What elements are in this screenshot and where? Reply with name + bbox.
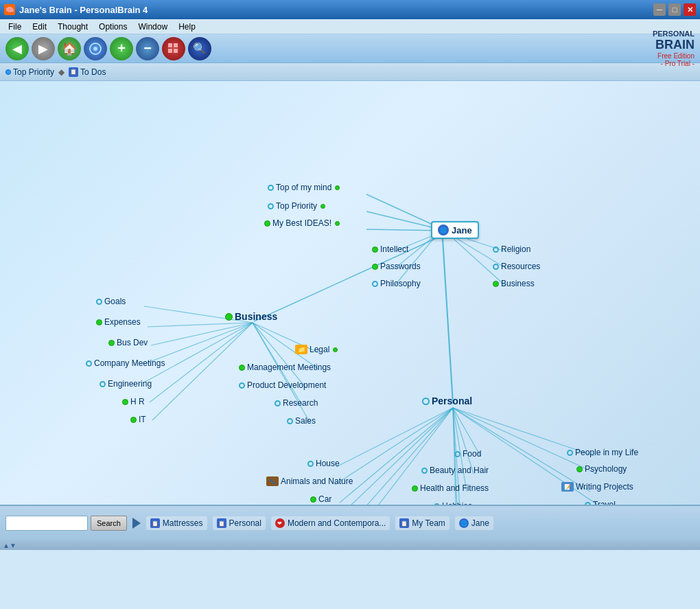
node-religion[interactable]: Religion bbox=[493, 244, 530, 254]
tab-icon-personal: 📋 bbox=[217, 518, 226, 528]
dot-healthandfitness bbox=[412, 485, 418, 492]
node-intellect[interactable]: Intellect bbox=[372, 244, 408, 254]
tab-label-myteam: My Team bbox=[412, 518, 445, 528]
node-managementmeetings[interactable]: Management Meetings bbox=[239, 363, 331, 372]
menu-help[interactable]: Help bbox=[173, 21, 201, 33]
node-business[interactable]: Business bbox=[225, 311, 277, 322]
connection-lines bbox=[0, 81, 700, 505]
node-it[interactable]: IT bbox=[130, 415, 146, 424]
breadcrumb-todos[interactable]: 📋 To Dos bbox=[69, 67, 106, 77]
node-research[interactable]: Research bbox=[275, 398, 318, 408]
node-beautyandhair[interactable]: Beauty and Hair bbox=[421, 466, 489, 475]
menu-edit[interactable]: Edit bbox=[27, 21, 52, 33]
label-writingprojects: Writing Projects bbox=[576, 482, 633, 492]
svg-rect-5 bbox=[174, 49, 178, 53]
svg-line-19 bbox=[151, 323, 253, 345]
bottom-resize[interactable]: ▲▼ bbox=[0, 540, 700, 550]
node-sales[interactable]: Sales bbox=[287, 416, 316, 426]
tab-myteam[interactable]: 📋 My Team bbox=[395, 516, 449, 530]
node-engineering[interactable]: Engineering bbox=[100, 379, 152, 389]
window-title: Jane's Brain - PersonalBrain 4 bbox=[19, 5, 148, 15]
node-psychology[interactable]: Psychology bbox=[576, 464, 627, 474]
node-healthandfitness[interactable]: Health and Fitness bbox=[412, 483, 489, 493]
svg-line-26 bbox=[253, 323, 305, 387]
jane-icon: 🌐 bbox=[438, 225, 449, 235]
label-busdev: Bus Dev bbox=[117, 338, 148, 347]
close-button[interactable]: ✕ bbox=[684, 3, 696, 16]
node-toppriority[interactable]: Top Priority bbox=[268, 201, 325, 211]
menu-thought[interactable]: Thought bbox=[52, 21, 93, 33]
node-house[interactable]: House bbox=[307, 459, 340, 468]
menubar: File Edit Thought Options Window Help bbox=[0, 19, 700, 34]
home-button[interactable]: 🏠 bbox=[58, 37, 81, 60]
search-input[interactable] bbox=[5, 516, 88, 531]
dot-toppriority-right bbox=[320, 204, 325, 209]
grid-button[interactable] bbox=[162, 37, 185, 60]
remove-button[interactable]: − bbox=[136, 37, 159, 60]
add-button[interactable]: + bbox=[110, 37, 133, 60]
tab-label-mattresses: Mattresses bbox=[163, 518, 203, 528]
node-busdev[interactable]: Bus Dev bbox=[108, 338, 148, 347]
breadcrumb-toppriority[interactable]: Top Priority bbox=[5, 67, 54, 77]
dot-religion bbox=[493, 246, 499, 253]
minimize-button[interactable]: ─ bbox=[653, 3, 666, 16]
label-productdevelopment: Product Development bbox=[247, 380, 326, 390]
menu-file[interactable]: File bbox=[3, 21, 27, 33]
tab-icon-jane: 🌐 bbox=[459, 518, 469, 528]
node-productdevelopment[interactable]: Product Development bbox=[239, 380, 326, 390]
dot-expenses bbox=[96, 319, 102, 325]
label-car: Car bbox=[318, 494, 331, 504]
menu-window[interactable]: Window bbox=[132, 21, 173, 33]
svg-point-1 bbox=[93, 47, 97, 51]
svg-line-35 bbox=[336, 408, 453, 467]
node-writingprojects[interactable]: 📝 Writing Projects bbox=[561, 482, 633, 492]
forward-button[interactable]: ▶ bbox=[32, 37, 55, 60]
label-hr: H R bbox=[130, 397, 145, 406]
breadcrumb-label-todos: To Dos bbox=[80, 67, 106, 77]
search-toolbar-button[interactable]: 🔍 bbox=[188, 37, 211, 60]
svg-line-11 bbox=[446, 232, 505, 286]
options-button[interactable] bbox=[84, 37, 107, 60]
node-car[interactable]: Car bbox=[310, 494, 331, 504]
node-jane[interactable]: 🌐 Jane bbox=[431, 221, 479, 239]
search-button[interactable]: Search bbox=[91, 516, 127, 531]
node-expenses[interactable]: Expenses bbox=[96, 317, 141, 327]
menu-options[interactable]: Options bbox=[93, 21, 132, 33]
tab-jane[interactable]: 🌐 Jane bbox=[455, 516, 493, 530]
dot-managementmeetings bbox=[239, 365, 245, 371]
dot-hobbies bbox=[434, 503, 440, 505]
window-controls[interactable]: ─ □ ✕ bbox=[653, 3, 696, 16]
tab-modern[interactable]: ❤ Modern and Contempora... bbox=[271, 516, 390, 530]
node-passwords[interactable]: Passwords bbox=[372, 262, 421, 271]
node-resources[interactable]: Resources bbox=[493, 262, 540, 271]
tab-personal[interactable]: 📋 Personal bbox=[213, 516, 266, 530]
node-companymeetings[interactable]: Company Meetings bbox=[86, 358, 165, 368]
node-goals[interactable]: Goals bbox=[96, 297, 126, 306]
node-hobbies[interactable]: Hobbies bbox=[434, 501, 472, 505]
node-travel[interactable]: Travel bbox=[585, 500, 616, 505]
back-button[interactable]: ◀ bbox=[5, 37, 29, 60]
node-topofmymind[interactable]: Top of my mind bbox=[268, 183, 340, 192]
svg-line-42 bbox=[453, 408, 597, 474]
node-food[interactable]: Food bbox=[454, 449, 481, 459]
node-business-right[interactable]: Business bbox=[493, 279, 535, 288]
node-animalsandnature[interactable]: 🐾 Animals and Nature bbox=[266, 476, 353, 486]
dot-car bbox=[310, 496, 316, 503]
label-research: Research bbox=[283, 398, 318, 408]
toolbar: ◀ ▶ 🏠 + − 🔍 PERSONAL BRAIN Free Edition … bbox=[0, 34, 700, 63]
svg-line-16 bbox=[443, 239, 453, 404]
node-hr[interactable]: H R bbox=[122, 397, 145, 406]
node-mybestideas[interactable]: My Best IDEAS! bbox=[264, 218, 340, 228]
tab-mattresses[interactable]: 📋 Mattresses bbox=[146, 516, 207, 530]
breadcrumb-label-toppriority: Top Priority bbox=[13, 67, 54, 77]
dot-business-right bbox=[493, 281, 499, 287]
node-personal[interactable]: Personal bbox=[422, 395, 472, 406]
breadcrumb: Top Priority ◆ 📋 To Dos bbox=[0, 63, 700, 81]
node-peopleinmylife[interactable]: People in my Life bbox=[567, 448, 638, 457]
dot-productdevelopment bbox=[239, 382, 245, 389]
maximize-button[interactable]: □ bbox=[668, 3, 681, 16]
nav-arrow[interactable] bbox=[132, 518, 141, 529]
dot-intellect bbox=[372, 246, 378, 253]
node-philosophy[interactable]: Philosophy bbox=[372, 279, 421, 288]
node-legal[interactable]: 📁 Legal bbox=[295, 345, 338, 354]
